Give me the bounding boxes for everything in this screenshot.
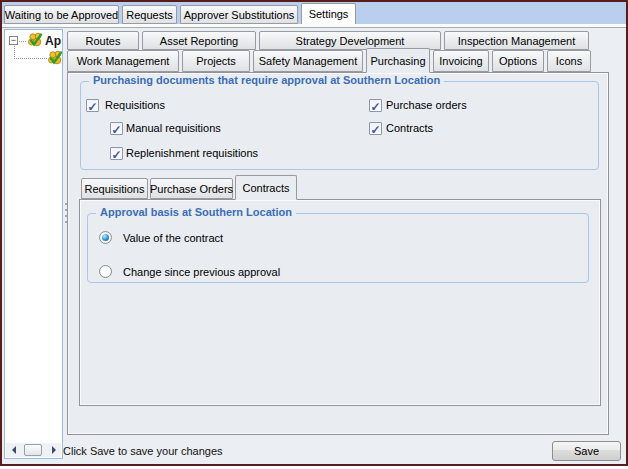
value-of-contract-radio-label[interactable]: Value of the contract [123, 232, 223, 244]
tree-connector [19, 41, 26, 42]
tab-asset-reporting[interactable]: Asset Reporting [142, 31, 256, 50]
tab-safety-management[interactable]: Safety Management [253, 50, 363, 72]
check-icon: ✓ [111, 123, 121, 137]
approval-tree-panel: − Ap [4, 29, 63, 459]
approval-child-icon [47, 50, 63, 66]
approval-basis-group-title: Approval basis at Southern Location [96, 206, 296, 218]
value-of-contract-radio[interactable] [99, 231, 112, 244]
manual-requisitions-checkbox-label[interactable]: Manual requisitions [126, 122, 221, 134]
contracts-tab-page: Approval basis at Southern Location Valu… [79, 199, 601, 406]
tab-waiting-to-be-approved[interactable]: Waiting to be Approved [4, 5, 119, 24]
purchase-orders-checkbox-label[interactable]: Purchase orders [386, 99, 467, 111]
check-icon: ✓ [87, 100, 97, 114]
contracts-checkbox-label[interactable]: Contracts [386, 122, 433, 134]
tab-routes[interactable]: Routes [67, 31, 139, 50]
tab-requisitions[interactable]: Requisitions [81, 178, 148, 199]
scroll-right-button[interactable] [48, 444, 61, 457]
purchasing-documents-group-title: Purchasing documents that require approv… [89, 74, 444, 86]
tab-inspection-management[interactable]: Inspection Management [444, 31, 589, 50]
document-tab-strip: Requisitions Purchase Orders Contracts [81, 178, 297, 199]
manual-requisitions-checkbox[interactable]: ✓ [110, 122, 123, 135]
scrollbar-thumb[interactable] [24, 444, 42, 456]
tab-settings[interactable]: Settings [301, 3, 356, 24]
approval-group-icon [27, 32, 43, 48]
tab-purchase-orders[interactable]: Purchase Orders [150, 178, 233, 199]
save-button[interactable]: Save [552, 441, 621, 461]
tab-work-management[interactable]: Work Management [67, 50, 179, 72]
purchase-orders-checkbox[interactable]: ✓ [369, 99, 382, 112]
tab-approver-substitutions[interactable]: Approver Substitutions [180, 5, 298, 24]
tab-contracts[interactable]: Contracts [235, 175, 297, 200]
check-icon: ✓ [370, 100, 380, 114]
app-window: Waiting to be Approved Requests Approver… [0, 0, 628, 466]
settings-tab-row-1: Routes Asset Reporting Strategy Developm… [67, 31, 589, 50]
tree-horizontal-scrollbar[interactable] [6, 443, 61, 457]
tab-options[interactable]: Options [492, 50, 544, 72]
replenishment-requisitions-checkbox[interactable]: ✓ [110, 147, 123, 160]
contracts-checkbox[interactable]: ✓ [369, 122, 382, 135]
check-icon: ✓ [370, 123, 380, 137]
settings-page: − Ap [2, 27, 626, 463]
tab-requests[interactable]: Requests [122, 5, 177, 24]
change-since-previous-approval-radio-label[interactable]: Change since previous approval [123, 266, 280, 278]
tree-node-label[interactable]: Ap [45, 34, 61, 48]
purchasing-tab-page: Purchasing documents that require approv… [67, 72, 609, 435]
replenishment-requisitions-checkbox-label[interactable]: Replenishment requisitions [126, 147, 258, 159]
requisitions-checkbox-label[interactable]: Requisitions [105, 99, 165, 111]
tree-expander-icon[interactable]: − [9, 36, 18, 45]
change-since-previous-approval-radio[interactable] [99, 265, 112, 278]
tab-icons[interactable]: Icons [547, 50, 591, 72]
arrow-left-icon [8, 446, 16, 454]
requisitions-checkbox[interactable]: ✓ [86, 99, 99, 112]
settings-tab-row-2: Work Management Projects Safety Manageme… [67, 50, 591, 72]
radio-selected-dot [102, 234, 109, 241]
main-tab-strip: Waiting to be Approved Requests Approver… [2, 2, 626, 24]
tree-connector [14, 58, 47, 59]
scroll-left-button[interactable] [6, 444, 19, 457]
tab-projects[interactable]: Projects [182, 50, 250, 72]
check-icon: ✓ [111, 148, 121, 162]
arrow-right-icon [52, 446, 60, 454]
tab-invoicing[interactable]: Invoicing [433, 50, 489, 72]
status-message: Click Save to save your changes [63, 445, 223, 457]
tab-purchasing[interactable]: Purchasing [366, 48, 430, 73]
